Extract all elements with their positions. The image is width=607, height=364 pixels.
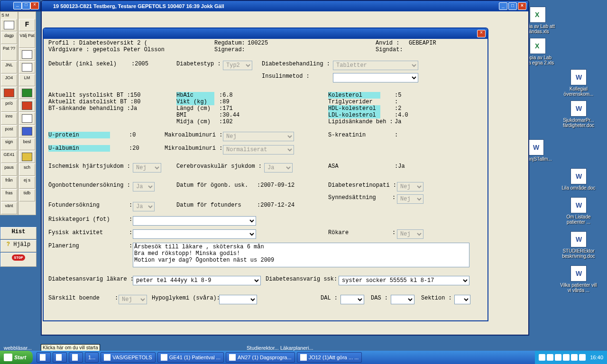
- tray-icon[interactable]: [571, 354, 578, 361]
- tray-icon[interactable]: [555, 354, 561, 361]
- desktop-icon[interactable]: Om Listade patienter ...: [560, 197, 598, 225]
- tb-ejs[interactable]: ej s: [19, 176, 35, 189]
- tb-btn[interactable]: [19, 112, 35, 125]
- tray-icon[interactable]: [547, 354, 553, 361]
- tb-lm[interactable]: LM: [19, 74, 35, 86]
- profil-value: Diabetesöversikt 2 (: [79, 40, 147, 46]
- ischemisk-select[interactable]: Nej: [133, 163, 161, 173]
- start-button[interactable]: Start: [0, 351, 33, 364]
- ansvarig-ssk-select[interactable]: syster socker 55555 kl 8-17: [339, 276, 469, 285]
- tb-sch[interactable]: sch: [19, 164, 35, 176]
- desktop-icon[interactable]: STUDIEREktor beskrivning.doc: [560, 231, 598, 259]
- help-button[interactable]: ? Hjälp: [0, 240, 37, 252]
- desktop-icon[interactable]: Vilka patienter vill vi vårda ...: [560, 265, 598, 293]
- ogondatum-value: :2007-09-12: [257, 182, 294, 189]
- hist-button[interactable]: Hist: [0, 227, 37, 239]
- tb-btn[interactable]: [19, 87, 35, 99]
- tb-post[interactable]: post: [1, 125, 17, 137]
- sarskilt-boende-label: Särskilt boende: [48, 295, 100, 301]
- tb-fran[interactable]: från: [1, 176, 17, 189]
- close-icon[interactable]: ×: [30, 2, 39, 9]
- maximize-icon[interactable]: □: [22, 2, 30, 9]
- fysisk-select[interactable]: [133, 229, 256, 239]
- insulinmetod-select[interactable]: [333, 73, 418, 82]
- taskbar-quicklaunch[interactable]: [53, 352, 67, 363]
- hba1c-label: HbA1c: [176, 92, 214, 99]
- tb-btn[interactable]: [19, 125, 35, 137]
- close-button[interactable]: ×: [518, 2, 526, 10]
- tb-paus[interactable]: paus: [1, 164, 17, 176]
- rokare-select[interactable]: Nej: [397, 229, 423, 239]
- sektion-select[interactable]: [454, 295, 470, 304]
- taskbar-item[interactable]: JO12 (1)Att göra ... ...: [297, 352, 362, 363]
- tb-btn[interactable]: [1, 19, 17, 31]
- retinopati-label: Diabetesretinopati :: [328, 182, 396, 189]
- dal-select[interactable]: [340, 295, 364, 304]
- tb-fras[interactable]: fras: [1, 189, 17, 201]
- tb-valj-pat[interactable]: Välj Pat: [19, 32, 35, 48]
- tb-f[interactable]: F: [19, 19, 35, 31]
- fotdatum-value: :2007-12-24: [257, 202, 294, 209]
- minimize-button[interactable]: _: [499, 2, 507, 10]
- bmi-value: :30.44: [219, 112, 239, 118]
- tb-jnl[interactable]: JNL: [1, 61, 17, 73]
- systolic-value: 150: [130, 92, 141, 99]
- desktop-icon[interactable]: Lila område.doc: [560, 168, 598, 191]
- anvid-value: GEBEAPIR: [409, 40, 436, 46]
- desktop-icon[interactable]: Kollegial överenskom...: [560, 69, 598, 97]
- cvs-select[interactable]: Ja: [264, 163, 293, 173]
- tb-pro[interactable]: pr/ö: [1, 100, 17, 112]
- tb-inre[interactable]: inre: [1, 112, 17, 125]
- tray-icon[interactable]: [563, 354, 570, 361]
- tb-tidb[interactable]: tidb: [19, 189, 35, 201]
- tb-vant[interactable]: vänt: [1, 202, 17, 214]
- planering-textarea[interactable]: [133, 243, 469, 267]
- riskkategori-select[interactable]: [133, 216, 256, 226]
- tb-btn[interactable]: [19, 151, 35, 163]
- maximize-button[interactable]: □: [508, 2, 517, 10]
- asa-value: :Ja: [395, 163, 405, 170]
- taskbar-item[interactable]: 1...: [85, 352, 99, 363]
- green-icon: [22, 89, 32, 97]
- sarskilt-boende-select[interactable]: Nej: [119, 295, 147, 304]
- tb-pat[interactable]: Pat ??: [1, 45, 17, 61]
- minimize-icon[interactable]: _: [13, 2, 22, 9]
- tb-dagp[interactable]: dagp: [1, 32, 17, 44]
- midja-label: Midja (cm): [176, 118, 211, 125]
- mikro-select[interactable]: Normaliserat: [223, 145, 294, 155]
- form-close-button[interactable]: ×: [477, 30, 486, 37]
- diabetesbehandling-select[interactable]: Tabletter: [333, 61, 418, 70]
- tray-icon[interactable]: [579, 354, 586, 361]
- hypoglykemi-select[interactable]: [219, 295, 257, 304]
- tb-jo4[interactable]: JO4: [1, 74, 17, 86]
- taskbar-item[interactable]: AN27 (1) Dagsprogra...: [226, 352, 295, 363]
- tb-besl[interactable]: besl: [19, 138, 35, 150]
- hypoglykemi-label: Hypoglykemi (svåra):: [152, 295, 220, 301]
- das-select[interactable]: [391, 295, 414, 304]
- fotundersokning-select[interactable]: Ja: [133, 202, 155, 211]
- taskbar-quicklaunch[interactable]: [37, 352, 51, 363]
- tb-btn[interactable]: [19, 48, 35, 61]
- tb-btn[interactable]: [1, 87, 17, 99]
- retinopati-select[interactable]: Nej: [397, 182, 423, 191]
- titlebar: 19 500123-C821 Testberg, Testare GEPETOL…: [42, 1, 528, 11]
- ansvarig-lakare-select[interactable]: peter tel 444yy kl 8-9: [133, 276, 261, 285]
- stop-button[interactable]: STOP: [0, 253, 37, 267]
- taskbar-quicklaunch[interactable]: [69, 352, 83, 363]
- ogonbotten-select[interactable]: Ja: [133, 182, 155, 191]
- tb-btn[interactable]: [19, 100, 35, 112]
- taskbar-item[interactable]: GE41 (1) Patientval ...: [157, 352, 224, 363]
- makro-select[interactable]: Nej: [223, 132, 294, 141]
- taskbar-item[interactable]: VAS/GEPETOLS: [101, 352, 155, 363]
- tb-ge41[interactable]: GE41: [1, 151, 17, 163]
- ansvarig-lakare-label: Diabetesansvarig läkare :: [48, 276, 134, 282]
- desktop-icon[interactable]: SjukdomarPr... färdigheter.doc: [560, 100, 598, 128]
- sm-label: S M: [0, 12, 18, 18]
- tb-btn[interactable]: [19, 61, 35, 73]
- tray-icon[interactable]: [539, 354, 545, 361]
- excel-icon: [530, 7, 546, 23]
- tb-sign[interactable]: sign: [1, 138, 17, 150]
- diabetestyp-select[interactable]: Typ2: [223, 61, 252, 70]
- vikt-label: Vikt (kg): [176, 99, 214, 105]
- ualbumin-value: :20: [129, 145, 139, 152]
